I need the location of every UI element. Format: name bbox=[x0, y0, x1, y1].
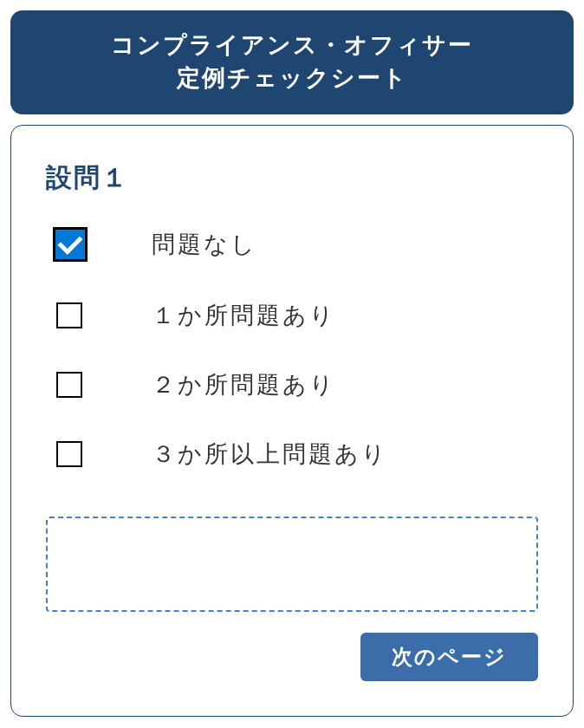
option-label-3: ３か所以上問題あり bbox=[152, 439, 388, 470]
header-title-line1: コンプライアンス・オフィサー bbox=[111, 32, 473, 58]
question-title: 設問１ bbox=[46, 160, 538, 196]
header-title-line2: 定例チェックシート bbox=[177, 65, 408, 91]
next-page-button[interactable]: 次のページ bbox=[360, 633, 538, 681]
option-row-3: ３か所以上問題あり bbox=[46, 439, 538, 470]
option-label-2: ２か所問題あり bbox=[152, 369, 336, 400]
checkbox-option-0[interactable] bbox=[53, 227, 88, 262]
option-row-2: ２か所問題あり bbox=[46, 369, 538, 400]
button-row: 次のページ bbox=[46, 633, 538, 681]
question-panel: 設問１ 問題なし １か所問題あり ２か所問題あり ３か所以上問題あり 次のページ bbox=[10, 125, 574, 717]
comment-input[interactable] bbox=[46, 517, 538, 612]
checkbox-option-1[interactable] bbox=[56, 302, 82, 328]
option-label-0: 問題なし bbox=[152, 229, 257, 260]
page-header: コンプライアンス・オフィサー 定例チェックシート bbox=[10, 10, 574, 114]
option-row-1: １か所問題あり bbox=[46, 300, 538, 331]
checkbox-option-2[interactable] bbox=[56, 372, 82, 398]
option-row-0: 問題なし bbox=[46, 227, 538, 262]
option-label-1: １か所問題あり bbox=[152, 300, 336, 331]
checkbox-option-3[interactable] bbox=[56, 441, 82, 467]
